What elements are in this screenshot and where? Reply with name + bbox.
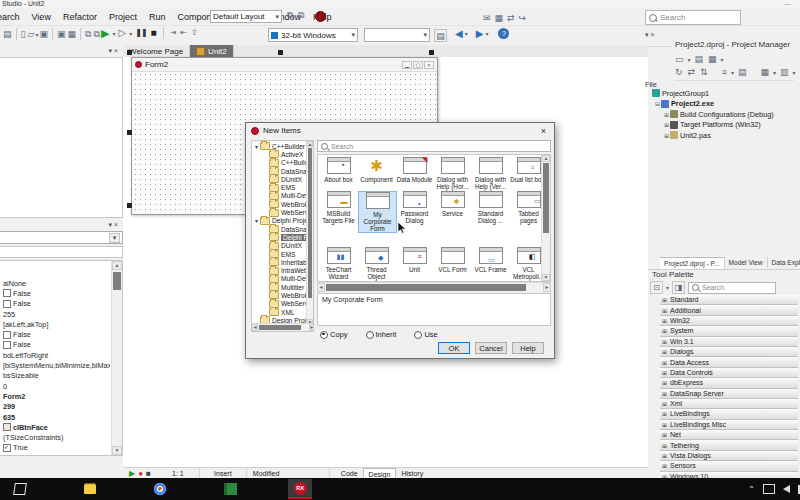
expand-icon[interactable]: ⊞: [663, 121, 670, 128]
grid-item-window[interactable]: VCL Form: [434, 247, 471, 273]
palette-view-icon[interactable]: ◨: [672, 281, 685, 294]
layout-combo[interactable]: Default Layout ▾: [210, 10, 282, 23]
help-button[interactable]: Help: [512, 342, 544, 354]
palette-category-additional[interactable]: ⊞Additional: [660, 305, 798, 315]
tree-item[interactable]: ▾C++Builder Projects: [252, 142, 313, 150]
palette-category-net[interactable]: ⊞Net: [660, 430, 798, 440]
scrollbar-thumb[interactable]: [113, 272, 121, 290]
property-value-row[interactable]: clBtnFace: [3, 422, 110, 432]
object-inspector-filter-input[interactable]: [0, 246, 123, 258]
run-button[interactable]: ▶: [100, 27, 110, 39]
checkbox-icon[interactable]: [3, 444, 11, 452]
grid-item-window[interactable]: Dialog with Help (Hor...: [434, 157, 471, 190]
palette-category-sensors[interactable]: ⊞Sensors: [660, 461, 798, 471]
pm-toolbar1-dropdown-icon[interactable]: ▾: [721, 56, 724, 63]
layout-save-icon[interactable]: ⧉: [287, 10, 293, 21]
pm-toolbar2-icon-6[interactable]: ▤: [737, 66, 748, 78]
close-icon[interactable]: ×: [651, 31, 657, 38]
form-close-icon[interactable]: ×: [424, 61, 434, 69]
palette-search-input[interactable]: Search: [688, 282, 776, 294]
radio-use[interactable]: Use: [414, 330, 437, 339]
expand-icon[interactable]: ⊞: [662, 307, 667, 314]
dialog-search-input[interactable]: Search: [317, 140, 551, 152]
pm-toolbar2-icon-1[interactable]: ⇄: [687, 66, 697, 78]
record-icon[interactable]: ●: [138, 469, 143, 478]
palette-category-livebindings-misc[interactable]: ⊞LiveBindings Misc: [660, 420, 798, 430]
run-no-debug-button[interactable]: ▷: [117, 27, 127, 39]
grid-item-component[interactable]: ✱Component: [358, 157, 395, 183]
dialog-item-grid[interactable]: ▪About box✱Component◥Data ModuleDialog w…: [317, 154, 551, 282]
object-inspector-object-combo[interactable]: ▾: [0, 231, 123, 244]
pm-tree-item[interactable]: ⊞Target Platforms (Win32): [645, 120, 800, 131]
structure-panel-body[interactable]: [0, 57, 123, 218]
pm-toolbar2-icon-8[interactable]: ▦: [759, 66, 770, 78]
play-icon[interactable]: ▶: [129, 469, 135, 478]
chevron-down-icon[interactable]: ▾: [666, 284, 669, 291]
selection-handle[interactable]: [127, 130, 132, 135]
dock-tab-data-explorer[interactable]: Data Explorer: [768, 257, 800, 268]
close-icon[interactable]: ×: [114, 47, 120, 54]
navigate-forward-icon[interactable]: ▶: [476, 28, 484, 39]
expand-icon[interactable]: ⊞: [662, 327, 667, 334]
pm-tree-item[interactable]: ProjectGroup1: [645, 88, 800, 99]
property-value-row[interactable]: False: [3, 340, 110, 350]
toolbar-icon-7[interactable]: ▣: [56, 28, 67, 40]
radio-copy[interactable]: Copy: [320, 330, 348, 339]
property-value-row[interactable]: Form2: [3, 391, 110, 401]
tree-item[interactable]: C++Builder Files: [252, 159, 313, 167]
dialog-category-tree[interactable]: ▾C++Builder ProjectsActiveXC++Builder Fi…: [251, 140, 314, 332]
dialog-titlebar[interactable]: New Items ×: [246, 123, 554, 138]
window-minimize-icon[interactable]: —: [784, 0, 791, 8]
tree-item[interactable]: Multi-Device Project: [252, 192, 313, 200]
pm-toolbar1-icon-2[interactable]: ▤: [694, 53, 705, 65]
palette-category-standard[interactable]: ⊞Standard: [660, 295, 798, 305]
stop-button[interactable]: ■: [150, 27, 158, 39]
mail-icon[interactable]: ✉: [483, 13, 491, 23]
tree-item[interactable]: ▾Delphi Projects: [252, 217, 313, 225]
expand-icon[interactable]: ⊞: [662, 348, 667, 355]
pm-tree-item[interactable]: ⊞Build Configurations (Debug): [645, 109, 800, 120]
property-value-row[interactable]: crDefault: [3, 453, 110, 456]
tree-item[interactable]: Multi-Device Project: [252, 275, 313, 283]
checkbox-icon[interactable]: [3, 331, 11, 339]
palette-category-dialogs[interactable]: ⊞Dialogs: [660, 347, 798, 357]
project-manager-header[interactable]: Project2.dproj - Project Manager: [672, 40, 800, 51]
property-value-row[interactable]: 0: [3, 381, 110, 391]
toolbar-icon-5[interactable]: ▣: [38, 28, 49, 40]
palette-category-system[interactable]: ⊞System: [660, 326, 798, 336]
pm-toolbar1-dropdown-icon[interactable]: ▾: [688, 56, 691, 63]
palette-category-dbexpress[interactable]: ⊞dbExpress: [660, 378, 798, 388]
property-value-row[interactable]: (TSizeConstraints): [3, 432, 110, 442]
menu-run[interactable]: Run: [143, 10, 172, 24]
back-dropdown-icon[interactable]: ▾: [465, 30, 468, 37]
taskbar-task-view-icon[interactable]: [8, 479, 32, 499]
taskbar-chrome-icon[interactable]: [148, 479, 172, 499]
expand-icon[interactable]: ⊞: [662, 296, 667, 303]
tree-item[interactable]: DUnitX: [252, 175, 313, 183]
selection-handle[interactable]: [278, 50, 283, 55]
run-no-debug-dropdown-icon[interactable]: ▾: [129, 30, 132, 37]
tab-unit2[interactable]: Unit2: [190, 45, 234, 57]
property-value-row[interactable]: alNone: [3, 278, 110, 288]
selection-handle[interactable]: [429, 50, 434, 55]
pm-toolbar2-icon-4[interactable]: ≡: [721, 66, 728, 78]
pause-button[interactable]: ❚❚: [134, 27, 147, 39]
toolbar-icon-10[interactable]: ⧉: [84, 28, 92, 40]
taskbar-editor-green-icon[interactable]: [218, 479, 242, 499]
expand-icon[interactable]: ⊞: [662, 462, 667, 469]
pm-toolbar1-icon-0[interactable]: ▭: [674, 53, 685, 65]
expand-icon[interactable]: ⊞: [662, 317, 667, 324]
tray-chevron-icon[interactable]: ⌃: [748, 485, 755, 494]
taskbar-file-explorer-icon[interactable]: [78, 479, 102, 499]
grid-item-msbuild[interactable]: ▬MSBuild Targets File: [320, 191, 357, 224]
expand-icon[interactable]: ⊞: [662, 421, 667, 428]
expand-icon[interactable]: ⊞: [662, 338, 667, 345]
form-titlebar[interactable]: Form2 ▁ ▢ ×: [132, 58, 437, 72]
palette-category-data-access[interactable]: ⊞Data Access: [660, 357, 798, 367]
stop-icon[interactable]: ■: [146, 469, 151, 478]
tree-item[interactable]: EMS: [252, 183, 313, 191]
palette-category-xml[interactable]: ⊞Xml: [660, 399, 798, 409]
scroll-up-icon[interactable]: ▲: [112, 261, 122, 270]
tree-item[interactable]: DataSnap Server: [252, 167, 313, 175]
tree-item[interactable]: DataSnap Server: [252, 225, 313, 233]
